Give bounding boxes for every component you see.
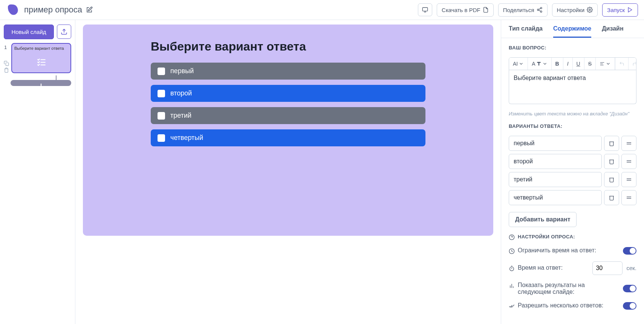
gear-icon xyxy=(587,7,593,13)
add-variant-button[interactable]: Добавить вариант xyxy=(509,212,577,227)
duplicate-slide-icon[interactable] xyxy=(4,61,9,66)
drag-answer-4[interactable] xyxy=(621,190,636,205)
text-toolbar: AI A B I U S xyxy=(509,57,636,70)
answer-input-3[interactable] xyxy=(509,172,602,187)
toolbar-undo-button[interactable] xyxy=(615,58,629,70)
poll-settings-label: НАСТРОЙКИ ОПРОСА: xyxy=(509,234,636,240)
settings-button[interactable]: Настройки xyxy=(552,3,598,17)
pdf-icon xyxy=(483,7,489,13)
checkbox-icon xyxy=(158,68,165,75)
toolbar-font-button[interactable]: A xyxy=(528,58,551,70)
logo-icon xyxy=(6,3,20,17)
toggle-show-results[interactable] xyxy=(623,285,636,292)
sidebar: Новый слайд 1 Выберите вариант отве xyxy=(0,20,75,324)
download-pdf-button[interactable]: Скачать в PDF xyxy=(437,3,494,17)
question-hint: Изменить цвет текста можно на вкладке "Д… xyxy=(509,111,636,117)
slide-number: 1 xyxy=(4,43,9,50)
setting-show-results: Показать результаты на следующем слайде: xyxy=(509,282,636,295)
delete-answer-1[interactable] xyxy=(604,136,619,151)
option-3[interactable]: третий xyxy=(151,107,425,124)
option-4[interactable]: четвертый xyxy=(151,129,425,146)
checkbox-icon xyxy=(158,134,165,142)
svg-rect-0 xyxy=(422,8,427,11)
drag-answer-2[interactable] xyxy=(621,154,636,169)
answer-input-2[interactable] xyxy=(509,154,602,169)
chevron-down-icon xyxy=(519,61,524,66)
answer-row-4 xyxy=(509,190,636,205)
slide-canvas: Выберите вариант ответа первый второй тр… xyxy=(83,25,493,236)
bar-chart-icon xyxy=(36,82,46,92)
svg-rect-19 xyxy=(538,62,539,65)
toolbar-ai-button[interactable]: AI xyxy=(509,58,528,70)
time-suffix: сек. xyxy=(626,265,636,271)
share-icon xyxy=(537,7,543,13)
drag-handle-icon xyxy=(626,195,632,201)
answer-row-2 xyxy=(509,154,636,169)
upload-button[interactable] xyxy=(57,25,71,39)
time-input[interactable] xyxy=(592,261,623,275)
tab-design[interactable]: Дизайн xyxy=(602,25,623,38)
tab-content[interactable]: Содержимое xyxy=(553,25,591,38)
new-slide-button[interactable]: Новый слайд xyxy=(4,25,54,39)
slide-thumb-title: Выберите вариант ответа xyxy=(14,46,68,51)
chevron-down-icon xyxy=(606,61,611,66)
text-size-icon xyxy=(536,61,542,66)
delete-slide-icon[interactable] xyxy=(4,68,9,73)
slide-connector xyxy=(56,75,57,80)
slide-thumbnail-1[interactable]: Выберите вариант ответа xyxy=(11,43,71,73)
drag-handle-icon xyxy=(626,158,632,164)
option-2[interactable]: второй xyxy=(151,85,425,102)
svg-point-8 xyxy=(589,9,590,11)
drag-answer-3[interactable] xyxy=(621,172,636,187)
chart-icon xyxy=(509,283,515,289)
toolbar-bold-button[interactable]: B xyxy=(552,58,563,70)
toolbar-align-button[interactable] xyxy=(596,58,615,70)
clock-icon xyxy=(509,248,515,254)
upload-icon xyxy=(61,28,67,35)
toolbar-strike-button[interactable]: S xyxy=(584,58,596,70)
stopwatch-icon xyxy=(509,266,515,272)
header: пример опроса Скачать в PDF Поделиться Н… xyxy=(0,0,644,20)
question-title: Выберите вариант ответа xyxy=(151,40,425,54)
help-circle-icon[interactable] xyxy=(509,234,515,240)
align-left-icon xyxy=(600,61,605,66)
monitor-icon xyxy=(422,7,428,13)
svg-point-4 xyxy=(537,9,539,11)
checklist-icon xyxy=(36,57,47,68)
svg-marker-9 xyxy=(628,8,632,12)
toolbar-italic-button[interactable]: I xyxy=(563,58,573,70)
delete-answer-4[interactable] xyxy=(604,190,619,205)
slide-thumbnail-results[interactable] xyxy=(11,80,71,86)
launch-button[interactable]: Запуск xyxy=(602,3,638,17)
right-panel: Тип слайда Содержимое Дизайн ВАШ ВОПРОС:… xyxy=(501,20,644,324)
canvas-area: Выберите вариант ответа первый второй тр… xyxy=(75,20,501,324)
tab-slide-type[interactable]: Тип слайда xyxy=(509,25,543,38)
preview-button[interactable] xyxy=(418,3,432,16)
delete-answer-2[interactable] xyxy=(604,154,619,169)
option-1[interactable]: первый xyxy=(151,63,425,80)
toggle-limit-time[interactable] xyxy=(623,247,636,255)
drag-handle-icon xyxy=(626,140,632,146)
setting-allow-multiple: Разрешить несколько ответов: xyxy=(509,302,636,310)
answers-section-label: ВАРИАНТЫ ОТВЕТА: xyxy=(509,123,636,129)
setting-time-value: Время на ответ: сек. xyxy=(509,261,636,275)
checkbox-icon xyxy=(158,112,165,120)
toolbar-underline-button[interactable]: U xyxy=(573,58,584,70)
svg-rect-11 xyxy=(6,63,9,66)
question-input[interactable]: Выберите вариант ответа xyxy=(509,70,636,104)
drag-handle-icon xyxy=(626,177,632,183)
trash-icon xyxy=(609,195,615,201)
toolbar-redo-button[interactable] xyxy=(629,58,636,70)
svg-line-7 xyxy=(538,8,540,9)
edit-title-icon[interactable] xyxy=(86,6,93,13)
delete-answer-3[interactable] xyxy=(604,172,619,187)
share-button[interactable]: Поделиться xyxy=(498,3,548,17)
redo-icon xyxy=(632,61,636,66)
answer-input-4[interactable] xyxy=(509,190,602,205)
svg-point-5 xyxy=(540,11,542,12)
toggle-allow-multiple[interactable] xyxy=(623,302,636,310)
drag-answer-1[interactable] xyxy=(621,136,636,151)
answer-input-1[interactable] xyxy=(509,136,602,151)
chevron-down-icon xyxy=(542,61,548,66)
checkbox-icon xyxy=(158,90,165,97)
